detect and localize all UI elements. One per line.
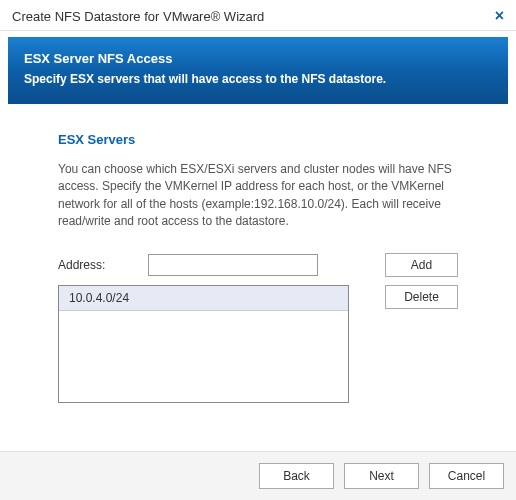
address-label: Address:	[58, 258, 148, 272]
content-area: ESX Servers You can choose which ESX/ESX…	[0, 104, 516, 423]
header-banner: ESX Server NFS Access Specify ESX server…	[8, 37, 508, 104]
close-icon[interactable]: ×	[495, 8, 504, 24]
window-title: Create NFS Datastore for VMware® Wizard	[12, 9, 264, 24]
section-title: ESX Servers	[58, 132, 458, 147]
next-button[interactable]: Next	[344, 463, 419, 489]
add-button[interactable]: Add	[385, 253, 458, 277]
back-button[interactable]: Back	[259, 463, 334, 489]
banner-title: ESX Server NFS Access	[24, 51, 492, 66]
address-input[interactable]	[148, 254, 318, 276]
address-row: Address: Add	[58, 253, 458, 277]
address-list[interactable]: 10.0.4.0/24	[58, 285, 349, 403]
section-description: You can choose which ESX/ESXi servers an…	[58, 161, 458, 231]
delete-button[interactable]: Delete	[385, 285, 458, 309]
cancel-button[interactable]: Cancel	[429, 463, 504, 489]
list-row: 10.0.4.0/24 Delete	[58, 285, 458, 403]
footer: Back Next Cancel	[0, 451, 516, 500]
title-bar: Create NFS Datastore for VMware® Wizard …	[0, 0, 516, 31]
list-item[interactable]: 10.0.4.0/24	[59, 286, 348, 311]
banner-subtitle: Specify ESX servers that will have acces…	[24, 72, 492, 86]
